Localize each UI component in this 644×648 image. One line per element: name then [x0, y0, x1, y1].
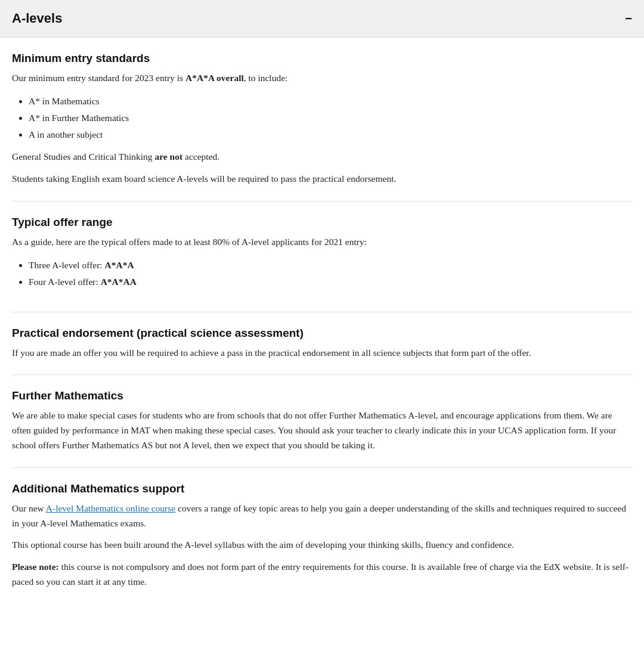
- list-item-four-alevel: Four A-level offer: A*A*AA: [29, 274, 632, 290]
- bold-aaaa: A*A*AA: [101, 277, 137, 287]
- additional-maths-note: Please note: this course is not compulso…: [12, 560, 632, 590]
- list-item: A* in Further Mathematics: [29, 110, 632, 126]
- list-item: A in another subject: [29, 126, 632, 143]
- list-item: A* in Mathematics: [29, 93, 632, 110]
- list-item-three-alevel: Three A-level offer: A*A*A: [29, 257, 632, 274]
- minimum-entry-intro: Our minimum entry standard for 2023 entr…: [12, 71, 632, 86]
- additional-maths-optional: This optional course has been built arou…: [12, 538, 632, 553]
- bold-please-note: Please note:: [12, 562, 59, 572]
- section-typical-offer: Typical offer range As a guide, here are…: [12, 216, 632, 312]
- collapse-icon[interactable]: −: [625, 12, 632, 26]
- page-title: A-levels: [12, 11, 62, 26]
- section-title-typical-offer: Typical offer range: [12, 216, 632, 229]
- practical-endorsement-text: If you are made an offer you will be req…: [12, 346, 632, 361]
- further-mathematics-text: We are able to make special cases for st…: [12, 408, 632, 452]
- typical-offer-intro: As a guide, here are the typical offers …: [12, 235, 632, 250]
- bold-aaa: A*A*A: [105, 260, 134, 270]
- english-exam-note: Students taking English exam board scien…: [12, 172, 632, 187]
- section-title-minimum-entry: Minimum entry standards: [12, 52, 632, 65]
- general-studies-note: General Studies and Critical Thinking ar…: [12, 150, 632, 165]
- typical-offer-list: Three A-level offer: A*A*A Four A-level …: [29, 257, 632, 290]
- bold-not: are not: [155, 151, 183, 162]
- additional-maths-intro: Our new A-level Mathematics online cours…: [12, 501, 632, 531]
- bold-grade: A*A*A overall: [185, 73, 244, 83]
- section-practical-endorsement: Practical endorsement (practical science…: [12, 327, 632, 376]
- section-title-further-mathematics: Further Mathematics: [12, 389, 632, 402]
- section-title-additional-maths: Additional Mathematics support: [12, 482, 632, 495]
- maths-course-link[interactable]: A-level Mathematics online course: [46, 503, 175, 513]
- main-content: Minimum entry standards Our minimum entr…: [0, 38, 644, 622]
- page-wrapper: A-levels − Minimum entry standards Our m…: [0, 0, 644, 622]
- page-header: A-levels −: [0, 0, 644, 38]
- section-title-practical-endorsement: Practical endorsement (practical science…: [12, 327, 632, 340]
- section-further-mathematics: Further Mathematics We are able to make …: [12, 389, 632, 467]
- section-minimum-entry: Minimum entry standards Our minimum entr…: [12, 52, 632, 201]
- minimum-entry-list: A* in Mathematics A* in Further Mathemat…: [29, 93, 632, 143]
- section-additional-maths: Additional Mathematics support Our new A…: [12, 482, 632, 604]
